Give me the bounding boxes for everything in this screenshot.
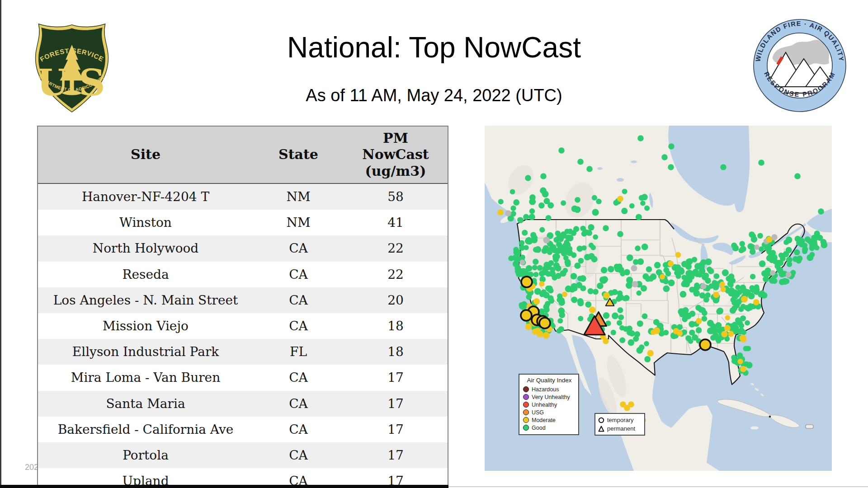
aqi-dot-good	[760, 290, 765, 296]
aqi-dot-good	[571, 273, 577, 280]
aqi-dot-good	[636, 214, 642, 221]
cell-pm-nowcast: 18	[344, 313, 448, 339]
cell-pm-nowcast: 41	[344, 210, 448, 235]
aqi-legend-item: Good	[523, 424, 576, 432]
wfaqrp-ring-icon: WILDLAND FIRE · AIR QUALITY RESPONSE PRO…	[752, 18, 847, 113]
cell-state: CA	[253, 313, 344, 339]
aqi-dot-good	[745, 320, 750, 326]
cell-site: Mission Viejo	[38, 313, 253, 339]
aqi-dot-gray	[754, 244, 760, 250]
aqi-dot-good	[738, 306, 744, 312]
aqi-dot-good	[574, 263, 580, 269]
aqi-dot-good	[498, 199, 504, 204]
aqi-dot-good	[548, 260, 554, 266]
aqi-dot-good	[739, 241, 745, 247]
aqi-dot-good	[581, 231, 587, 237]
cell-state: CA	[253, 442, 344, 468]
temporary-monitor-marker	[521, 310, 532, 321]
aqi-dot-good	[685, 313, 692, 319]
aqi-dot-moderate	[543, 332, 550, 339]
cell-state: NM	[253, 210, 344, 235]
aqi-dot-good	[740, 315, 746, 321]
table-header-row: Site State PM NowCast (ug/m3)	[38, 127, 448, 184]
cell-site: Winston	[38, 210, 253, 235]
aqi-swatch-unhealthy	[523, 402, 529, 408]
cell-state: CA	[253, 287, 344, 313]
aqi-dot-good	[612, 313, 618, 319]
aqi-dot-good	[580, 275, 586, 282]
aqi-dot-good	[549, 298, 555, 304]
table-row: ResedaCA22	[38, 262, 448, 287]
permanent-triangle-icon	[598, 426, 605, 432]
aqi-dot-good	[637, 258, 644, 265]
aqi-dot-good	[778, 271, 785, 277]
aqi-dot-good	[757, 233, 763, 239]
aqi-dot-good	[529, 198, 536, 205]
aqi-dot-good	[683, 308, 689, 314]
aqi-dot-good	[561, 200, 566, 206]
column-header-pm-nowcast: PM NowCast (ug/m3)	[344, 127, 448, 183]
aqi-dot-good	[617, 320, 622, 326]
aqi-dot-good	[759, 260, 766, 267]
aqi-dot-good	[569, 286, 576, 292]
aqi-dot-good	[716, 309, 722, 315]
aqi-dot-good	[703, 297, 709, 303]
cell-pm-nowcast: 18	[344, 339, 448, 365]
cell-pm-nowcast: 17	[344, 365, 448, 390]
aqi-dot-good	[618, 314, 624, 320]
aqi-dot-good	[591, 256, 598, 263]
page-subtitle: As of 11 AM, May 24, 2022 (UTC)	[0, 86, 868, 105]
aqi-dot-good	[728, 282, 734, 287]
aqi-dot-good	[680, 291, 687, 298]
aqi-dot-good	[559, 233, 566, 239]
aqi-dot-good	[814, 230, 820, 236]
aqi-dot-good	[525, 175, 531, 181]
aqi-dot-good	[750, 274, 755, 279]
aqi-dot-good	[514, 249, 521, 256]
wfaqrp-logo: WILDLAND FIRE · AIR QUALITY RESPONSE PRO…	[752, 18, 847, 113]
aqi-dot-good	[709, 283, 714, 289]
aqi-dot-good	[547, 202, 554, 209]
aqi-dot-good	[574, 206, 581, 213]
aqi-dot-good	[750, 233, 756, 239]
cell-state: CA	[253, 365, 344, 390]
aqi-dot-good	[622, 189, 627, 194]
aqi-dot-good	[585, 301, 591, 308]
aqi-dot-good	[618, 267, 624, 273]
aqi-dot-good	[763, 276, 769, 282]
aqi-dot-dark	[769, 416, 771, 418]
aqi-swatch-moderate	[523, 417, 529, 423]
aqi-dot-moderate	[497, 209, 504, 216]
aqi-dot-good	[807, 254, 813, 261]
aqi-dot-good	[557, 297, 562, 303]
aqi-dot-good	[821, 242, 827, 249]
cell-pm-nowcast: 58	[344, 184, 448, 210]
aqi-dot-good	[644, 341, 649, 347]
aqi-dot-good	[539, 292, 545, 297]
aqi-dot-good	[786, 237, 793, 244]
cell-state: CA	[253, 391, 344, 417]
aqi-dot-moderate	[525, 324, 532, 330]
aqi-dot-good	[588, 224, 594, 230]
aqi-dot-gray	[519, 260, 525, 265]
aqi-dot-good	[542, 269, 548, 276]
aqi-dot-good	[621, 208, 627, 214]
aqi-dot-gray	[543, 237, 550, 244]
aqi-dot-moderate	[725, 315, 731, 320]
aqi-dot-good	[635, 245, 641, 251]
aqi-dot-good	[577, 159, 584, 165]
cell-state: CA	[253, 417, 344, 442]
video-progress-played[interactable]	[0, 485, 448, 488]
cell-site: Los Angeles - N. Main Street	[38, 287, 253, 313]
cell-pm-nowcast: 17	[344, 391, 448, 417]
aqi-dot-good	[702, 316, 708, 322]
aqi-dot-good	[526, 265, 532, 272]
aqi-dot-good	[686, 258, 693, 264]
cell-site: Mira Loma - Van Buren	[38, 365, 253, 390]
aqi-dot-gray	[771, 234, 778, 240]
aqi-dot-moderate	[647, 350, 654, 357]
page-title: National: Top NowCast	[0, 31, 868, 64]
cell-state: CA	[253, 262, 344, 287]
aqi-dot-good	[637, 135, 644, 141]
aqi-legend-item: Unhealthy	[523, 401, 576, 408]
